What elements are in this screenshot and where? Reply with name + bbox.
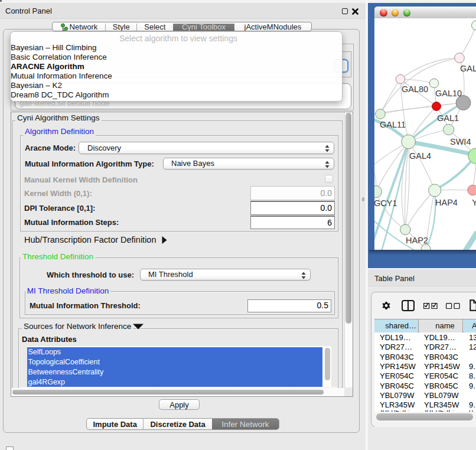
- svg-text:HAP2: HAP2: [406, 236, 428, 245]
- svg-text:GAL1: GAL1: [437, 113, 459, 123]
- svg-text:GAL11: GAL11: [380, 120, 406, 129]
- svg-text:Y: Y: [472, 198, 476, 207]
- svg-text:GAL80: GAL80: [402, 84, 428, 94]
- svg-text:GAL4: GAL4: [409, 151, 431, 161]
- svg-text:GAL10: GAL10: [435, 89, 462, 98]
- svg-text:SWI4: SWI4: [450, 137, 471, 146]
- svg-text:GAL7: GAL7: [460, 64, 476, 73]
- svg-text:GCY1: GCY1: [374, 198, 397, 208]
- svg-text:HAP4: HAP4: [435, 198, 458, 207]
